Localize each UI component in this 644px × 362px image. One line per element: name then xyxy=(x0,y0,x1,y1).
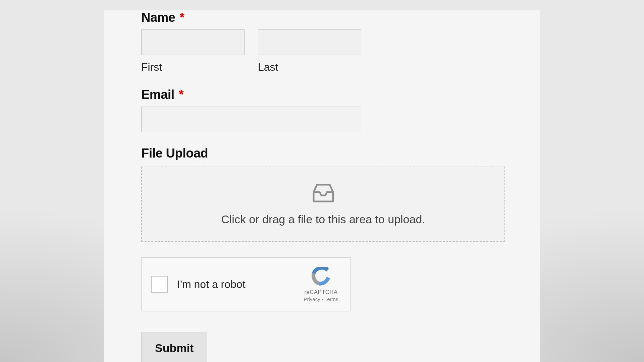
email-field: Email * xyxy=(141,87,503,132)
email-label: Email * xyxy=(141,87,503,102)
last-name-column: Last xyxy=(258,29,361,73)
inbox-icon xyxy=(312,183,335,205)
first-name-input[interactable] xyxy=(141,29,245,55)
recaptcha-widget: I'm not a robot reCAPTCHA Privacy - Term… xyxy=(141,257,351,311)
file-upload-hint: Click or drag a file to this area to upl… xyxy=(221,213,425,226)
recaptcha-links: Privacy - Terms xyxy=(304,296,338,302)
recaptcha-brand-text: reCAPTCHA xyxy=(304,289,337,296)
first-name-column: First xyxy=(141,29,245,73)
recaptcha-icon xyxy=(310,267,332,288)
submit-button[interactable]: Submit xyxy=(141,333,207,362)
form-card: Name * First Last Email * File Upload xyxy=(104,10,540,362)
recaptcha-branding: reCAPTCHA Privacy - Terms xyxy=(301,267,341,302)
required-asterisk: * xyxy=(179,87,183,102)
last-name-sublabel: Last xyxy=(258,61,361,73)
file-upload-label: File Upload xyxy=(141,146,503,161)
file-upload-dropzone[interactable]: Click or drag a file to this area to upl… xyxy=(141,167,505,242)
recaptcha-privacy-link[interactable]: Privacy xyxy=(304,296,320,302)
email-input[interactable] xyxy=(141,107,361,132)
file-upload-field: File Upload Click or drag a file to this… xyxy=(141,146,503,242)
name-label-text: Name xyxy=(141,10,175,24)
recaptcha-link-separator: - xyxy=(320,296,325,302)
name-label: Name * xyxy=(141,10,503,25)
required-asterisk: * xyxy=(180,10,184,24)
recaptcha-terms-link[interactable]: Terms xyxy=(325,296,338,302)
recaptcha-label: I'm not a robot xyxy=(177,278,301,291)
recaptcha-checkbox[interactable] xyxy=(151,276,168,293)
last-name-input[interactable] xyxy=(258,29,361,55)
name-row: First Last xyxy=(141,29,503,73)
first-name-sublabel: First xyxy=(141,61,245,73)
email-label-text: Email xyxy=(141,87,174,102)
name-field: Name * First Last xyxy=(141,10,503,73)
